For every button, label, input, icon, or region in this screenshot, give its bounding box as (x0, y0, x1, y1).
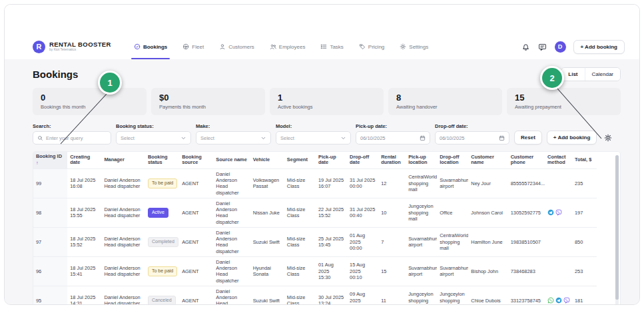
column-header[interactable]: Pick-up location (406, 152, 437, 168)
make-select[interactable]: Select (196, 131, 271, 145)
cell-source-name: Daniel Anderson Head dispatcher (213, 168, 250, 198)
table-row[interactable]: 9918 Jul 202516:08Daniel Anderson Head d… (33, 168, 597, 198)
cell-rental-duration: 12 (378, 168, 406, 198)
pickup-date-input[interactable]: 06/10/2025 (356, 131, 430, 145)
main-nav: BookingsFleetCustomersEmployeesTasksPric… (134, 34, 428, 59)
table-scrollbar[interactable] (615, 155, 619, 305)
tab-label: Bookings (143, 44, 167, 50)
annotation-circle-2: 2 (540, 66, 564, 90)
tab-label: Settings (409, 44, 428, 50)
model-select[interactable]: Select (276, 131, 351, 145)
column-header[interactable]: Contact method (545, 152, 572, 168)
booking-status-select[interactable]: Select (116, 131, 191, 145)
cell-vehicle: Hyundai Sonata (250, 256, 284, 286)
brand-logo-icon: R (33, 41, 45, 53)
sort-asc-icon[interactable]: ↑ (36, 160, 39, 166)
dropoff-date-label: Drop-off date: (435, 123, 509, 129)
cell-source-name: Daniel Anderson Head dispatcher (213, 256, 250, 286)
cell-creating-date: 18 Jul 202516:08 (67, 168, 101, 198)
cell-customer-name: Johnson Carol (468, 198, 507, 227)
cell-contact-method (545, 227, 572, 256)
column-header[interactable]: Customer name (468, 152, 507, 168)
scrollbar-thumb[interactable] (615, 155, 619, 300)
chat-icon[interactable] (538, 42, 547, 51)
cell-dropoff-location: Suvarnabhumi airport (437, 168, 468, 198)
tab-fleet[interactable]: Fleet (182, 34, 204, 59)
column-header[interactable]: Source name (213, 152, 250, 168)
tab-bookings[interactable]: Bookings (134, 34, 167, 59)
status-badge: Completed (148, 237, 178, 247)
column-header[interactable]: Customer phone (508, 152, 545, 168)
brand-tagline: by Kiot Telematics (49, 48, 111, 51)
cell-rental-duration: 15 (378, 256, 406, 286)
cell-booking-id: 99 (33, 168, 67, 198)
cell-customer-phone: 13052592775 (508, 198, 545, 227)
stat-card: 15Awaiting prepayment (507, 88, 621, 115)
stat-value: 1 (278, 93, 376, 103)
column-header[interactable]: Drop-off location (437, 152, 468, 168)
cell-booking-status: Active (145, 198, 179, 227)
cell-customer-phone: 738468283 (508, 256, 545, 286)
tasks-icon (320, 43, 327, 50)
settings-icon (400, 43, 406, 50)
cell-source-name: Daniel Anderson Head dispatcher (213, 227, 250, 256)
stat-card: 1Active bookings (270, 88, 384, 115)
column-header[interactable]: Creating date (67, 152, 101, 168)
cell-booking-status: To be paid (145, 256, 179, 286)
table-row[interactable]: 9818 Jul 202515:55Daniel Anderson Head d… (33, 198, 597, 227)
search-input-inner[interactable] (46, 135, 107, 141)
column-header[interactable]: Manager (101, 152, 145, 168)
dropoff-date-input[interactable]: 06/10/2025 (435, 131, 509, 145)
avatar[interactable]: D (555, 41, 566, 53)
cell-booking-source: AGENT (179, 168, 213, 198)
cell-total: 181 (572, 286, 597, 305)
app-header: R RENTAL BOOSTER by Kiot Telematics Book… (5, 34, 639, 59)
table-row[interactable]: 9718 Jul 202515:52Daniel Anderson Head d… (33, 227, 597, 256)
stats-row: 0Bookings this month$0Payments this mont… (33, 88, 621, 115)
column-header[interactable]: Pick-up date (316, 152, 347, 168)
pickup-date-value: 06/10/2025 (360, 135, 417, 141)
column-header[interactable]: Total, $ (572, 152, 597, 168)
column-header[interactable]: Booking status (145, 152, 179, 168)
chevron-down-icon (260, 135, 266, 141)
model-label: Model: (276, 123, 351, 129)
view-calendar-button[interactable]: Calendar (585, 68, 620, 81)
column-header[interactable]: Vehicle (250, 152, 284, 168)
stat-card: 8Awaiting handover (388, 88, 502, 115)
telegram-icon (547, 209, 554, 216)
bell-icon[interactable] (521, 42, 531, 51)
stat-label: Active bookings (278, 104, 376, 110)
tab-settings[interactable]: Settings (400, 34, 428, 59)
column-header[interactable]: Drop-off date (347, 152, 378, 168)
table-row[interactable]: 9618 Jul 202515:41Daniel Anderson Head d… (33, 256, 597, 286)
column-header[interactable]: Booking source (179, 152, 213, 168)
add-booking-button-header[interactable]: + Add booking (573, 40, 625, 54)
tab-label: Employees (279, 44, 306, 50)
tab-pricing[interactable]: Pricing (359, 34, 384, 59)
search-input[interactable] (33, 131, 111, 145)
tab-customers[interactable]: Customers (219, 34, 254, 59)
column-header[interactable]: Rental duration (378, 152, 406, 168)
table-row[interactable]: 9518 Jul 202514:31Daniel Anderson Head d… (33, 286, 597, 305)
cell-dropoff-location: CentralWorld shopping mall (437, 227, 468, 256)
cell-booking-id: 98 (33, 198, 67, 227)
column-header[interactable]: Booking ID ↑ (33, 152, 67, 168)
stat-card: 0Bookings this month (33, 88, 147, 115)
reset-button[interactable]: Reset (514, 131, 542, 145)
add-booking-button-filters[interactable]: + Add booking (547, 131, 597, 145)
cell-vehicle: Volkswagen Passat (250, 168, 284, 198)
stat-value: 15 (515, 93, 613, 103)
cell-customer-name: Ney Jour (468, 168, 507, 198)
fleet-icon (182, 43, 189, 50)
stat-label: Payments this month (159, 104, 257, 110)
status-badge: To be paid (148, 178, 177, 188)
tab-employees[interactable]: Employees (270, 34, 306, 59)
model-field-wrap: Model: Select (276, 123, 351, 145)
view-list-button[interactable]: List (561, 68, 584, 81)
tab-tasks[interactable]: Tasks (320, 34, 343, 59)
gear-icon[interactable] (601, 131, 615, 145)
cell-booking-id: 97 (33, 227, 67, 256)
column-header[interactable]: Segment (284, 152, 316, 168)
cell-rental-duration: 7 (378, 227, 406, 256)
stat-label: Awaiting handover (396, 104, 494, 110)
